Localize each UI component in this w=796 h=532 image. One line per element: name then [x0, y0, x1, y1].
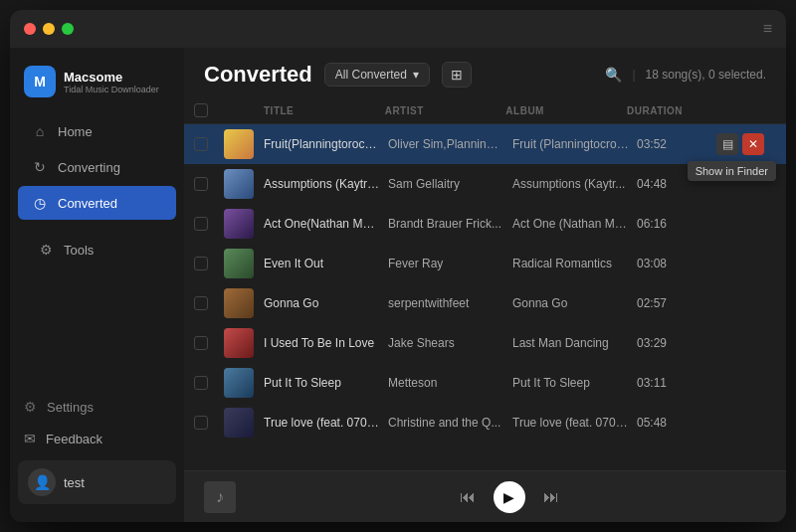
minimize-button[interactable]	[43, 23, 55, 35]
track-duration: 06:16	[637, 217, 716, 231]
track-title: I Used To Be In Love	[264, 336, 388, 350]
track-duration: 03:29	[637, 336, 716, 350]
track-title: Put It To Sleep	[264, 376, 388, 390]
user-area[interactable]: 👤 test	[18, 460, 176, 504]
select-all-checkbox[interactable]	[194, 103, 208, 117]
track-album: Last Man Dancing	[512, 336, 637, 350]
tools-icon: ⚙	[38, 242, 54, 258]
remove-track-button[interactable]: ✕	[742, 133, 764, 155]
track-thumbnail	[224, 169, 254, 199]
main-layout: M Macsome Tidal Music Downloader ⌂ Home …	[10, 48, 786, 522]
track-title: Act One(Nathan Melja Remix)	[264, 217, 388, 231]
track-row[interactable]: True love (feat. 070 Shake) Christine an…	[184, 403, 786, 443]
track-thumbnail	[224, 288, 254, 318]
duration-header: DURATION	[627, 103, 706, 117]
prev-button[interactable]: ⏮	[454, 483, 482, 511]
menu-dots-icon[interactable]: ≡	[763, 20, 772, 38]
track-checkbox[interactable]	[194, 257, 208, 270]
track-album: Assumptions (Kaytr...	[512, 177, 637, 191]
track-thumbnail	[224, 209, 254, 239]
maximize-button[interactable]	[62, 23, 74, 35]
song-count: 18 song(s), 0 selected.	[646, 68, 766, 82]
track-thumbnail-cell	[224, 368, 264, 398]
row-checkbox-cell	[194, 416, 224, 430]
track-row[interactable]: I Used To Be In Love Jake Shears Last Ma…	[184, 323, 786, 363]
track-album: Act One (Nathan Me...	[512, 217, 637, 231]
track-artist: Christine and the Q...	[388, 416, 512, 430]
track-thumbnail	[224, 129, 254, 159]
playbar-thumbnail: ♪	[204, 481, 236, 513]
app-subtitle: Tidal Music Downloader	[64, 85, 159, 94]
feedback-label: Feedback	[46, 432, 102, 446]
sidebar-item-converting-label: Converting	[58, 160, 120, 175]
settings-label: Settings	[47, 400, 94, 415]
track-artist: serpentwithfeet	[388, 296, 512, 310]
content-area: Converted All Converted ▾ ⊞ 🔍 | 18 song(…	[184, 48, 786, 522]
track-row[interactable]: Fruit(Planningtorock's 'Planni... Oliver…	[184, 124, 786, 164]
sidebar-item-converted[interactable]: ◷ Converted	[18, 186, 176, 220]
close-button[interactable]	[24, 23, 36, 35]
divider: |	[632, 68, 635, 82]
track-thumbnail-cell	[224, 288, 264, 318]
track-title: Assumptions (Kaytranada E...	[264, 177, 388, 191]
header-right: 🔍 | 18 song(s), 0 selected.	[605, 67, 766, 83]
track-title: True love (feat. 070 Shake)	[264, 416, 388, 430]
track-artist: Oliver Sim,Planningt...	[388, 137, 512, 151]
track-checkbox[interactable]	[194, 336, 208, 350]
track-artist: Brandt Brauer Frick...	[388, 217, 512, 231]
track-artist: Metteson	[388, 376, 512, 390]
sidebar-item-home[interactable]: ⌂ Home	[18, 114, 176, 148]
track-thumbnail	[224, 408, 254, 438]
table-header: TITLE ARTIST ALBUM DURATION	[184, 97, 786, 124]
chevron-down-icon: ▾	[413, 68, 419, 82]
feedback-item[interactable]: ✉ Feedback	[18, 423, 176, 454]
track-thumbnail	[224, 328, 254, 358]
track-row[interactable]: Gonna Go serpentwithfeet Gonna Go 02:57	[184, 283, 786, 323]
sidebar-bottom: ⚙ Settings ✉ Feedback 👤 test	[10, 383, 184, 512]
filter-dropdown[interactable]: All Converted ▾	[324, 63, 430, 87]
track-checkbox[interactable]	[194, 177, 208, 191]
track-checkbox[interactable]	[194, 217, 208, 231]
track-row[interactable]: Put It To Sleep Metteson Put It To Sleep…	[184, 363, 786, 403]
track-title: Even It Out	[264, 257, 388, 270]
settings-item[interactable]: ⚙ Settings	[18, 391, 176, 423]
tracks-list: Fruit(Planningtorock's 'Planni... Oliver…	[184, 124, 786, 470]
track-thumbnail-cell	[224, 328, 264, 358]
track-duration: 03:11	[637, 376, 716, 390]
logo-icon: M	[24, 66, 56, 97]
track-duration: 03:52	[637, 137, 716, 151]
main-window: ≡ M Macsome Tidal Music Downloader ⌂ Hom…	[10, 10, 786, 522]
settings-icon: ⚙	[24, 399, 37, 415]
next-button[interactable]: ⏭	[537, 483, 565, 511]
app-logo: M Macsome Tidal Music Downloader	[10, 58, 184, 113]
track-album: Fruit (Planningtocroc...	[512, 137, 637, 151]
track-checkbox[interactable]	[194, 137, 208, 151]
show-in-finder-button[interactable]: ▤	[716, 133, 738, 155]
track-checkbox[interactable]	[194, 296, 208, 310]
track-row[interactable]: Even It Out Fever Ray Radical Romantics …	[184, 244, 786, 283]
search-icon[interactable]: 🔍	[605, 67, 622, 83]
sidebar-item-tools[interactable]: ⚙ Tools	[24, 233, 170, 266]
play-button[interactable]: ▶	[494, 481, 525, 513]
track-thumbnail-cell	[224, 169, 264, 199]
track-thumbnail-cell	[224, 209, 264, 239]
sidebar: M Macsome Tidal Music Downloader ⌂ Home …	[10, 48, 184, 522]
track-thumbnail-cell	[224, 408, 264, 438]
row-checkbox-cell	[194, 296, 224, 310]
track-artist: Jake Shears	[388, 336, 512, 350]
track-album: Put It To Sleep	[512, 376, 637, 390]
converted-icon: ◷	[32, 195, 48, 211]
logo-text: Macsome Tidal Music Downloader	[64, 70, 159, 94]
converting-icon: ↻	[32, 159, 48, 175]
track-checkbox[interactable]	[194, 376, 208, 390]
artist-header: ARTIST	[385, 103, 506, 117]
sidebar-item-converted-label: Converted	[58, 196, 117, 211]
row-checkbox-cell	[194, 336, 224, 350]
track-checkbox[interactable]	[194, 416, 208, 430]
title-bar: ≡	[10, 10, 786, 48]
sidebar-item-converting[interactable]: ↻ Converting	[18, 150, 176, 184]
home-icon: ⌂	[32, 123, 48, 139]
track-thumbnail-cell	[224, 249, 264, 278]
grid-view-button[interactable]: ⊞	[442, 62, 472, 88]
track-row[interactable]: Act One(Nathan Melja Remix) Brandt Braue…	[184, 204, 786, 244]
